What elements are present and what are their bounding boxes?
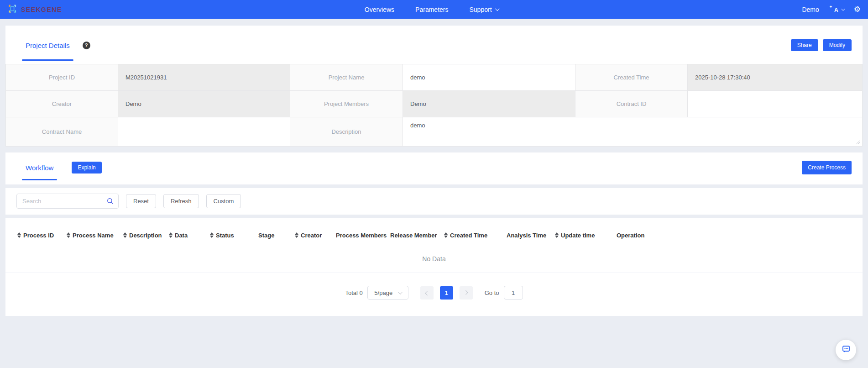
- chat-bubble-icon: [841, 344, 851, 356]
- column-label: Description: [129, 232, 162, 239]
- process-table-card: Process ID Process Name Description Data…: [5, 218, 863, 316]
- column-label: Analysis Time: [507, 232, 546, 239]
- column-label: Operation: [617, 232, 644, 239]
- create-process-button[interactable]: Create Process: [802, 161, 852, 174]
- project-name-value[interactable]: demo: [403, 64, 575, 91]
- brand-logo-icon: [7, 4, 17, 15]
- filter-bar: Reset Refresh Custom: [5, 188, 863, 215]
- created-time-label: Created Time: [575, 64, 688, 91]
- project-details-tab-bar: Project Details ? Share Modify: [5, 26, 863, 64]
- nav-overviews[interactable]: Overviews: [365, 6, 394, 13]
- column-label: Release Member: [390, 232, 437, 239]
- brand[interactable]: SEEKGENE: [7, 4, 62, 15]
- column-header-process-members[interactable]: Process Members: [336, 232, 390, 239]
- creator-value: Demo: [118, 91, 290, 117]
- nav-parameters[interactable]: Parameters: [415, 6, 448, 13]
- column-header-description[interactable]: Description: [123, 232, 169, 239]
- chat-support-button[interactable]: [836, 340, 856, 360]
- contract-id-label: Contract ID: [575, 91, 688, 117]
- top-navigation: Overviews Parameters Support: [365, 6, 498, 13]
- column-label: Process ID: [23, 232, 54, 239]
- column-header-release-member[interactable]: Release Member: [390, 232, 444, 239]
- share-button[interactable]: Share: [791, 39, 818, 51]
- project-name-label: Project Name: [290, 64, 403, 91]
- sort-icon[interactable]: [210, 232, 214, 238]
- table-header-row: Process ID Process Name Description Data…: [5, 226, 863, 245]
- project-members-value: Demo: [403, 91, 575, 117]
- column-label: Created Time: [450, 232, 487, 239]
- project-members-label: Project Members: [290, 91, 403, 117]
- project-id-label: Project ID: [6, 64, 118, 91]
- created-time-value: 2025-10-28 17:30:40: [688, 64, 863, 91]
- column-header-process-id[interactable]: Process ID: [17, 232, 67, 239]
- project-id-value: M20251021931: [118, 64, 290, 91]
- workflow-tab-bar: Workflow Explain Create Process: [5, 152, 863, 184]
- goto-page-input[interactable]: [504, 286, 523, 300]
- tab-project-details[interactable]: Project Details: [26, 42, 70, 49]
- column-label: Status: [216, 232, 234, 239]
- pagination: Total 0 5/page 1 Go to: [5, 286, 863, 300]
- translate-icon: ✦A: [829, 6, 838, 13]
- column-header-update-time[interactable]: Update time: [555, 232, 617, 239]
- column-header-operation[interactable]: Operation: [617, 232, 658, 239]
- next-page-button[interactable]: [460, 286, 473, 300]
- sort-icon[interactable]: [555, 232, 559, 238]
- search-box[interactable]: [16, 194, 119, 209]
- nav-overviews-label: Overviews: [365, 6, 394, 13]
- username[interactable]: Demo: [802, 6, 819, 13]
- column-header-analysis-time[interactable]: Analysis Time: [507, 232, 555, 239]
- nav-support[interactable]: Support: [469, 6, 498, 13]
- textarea-resize-handle[interactable]: [855, 140, 860, 144]
- goto-label: Go to: [485, 289, 499, 296]
- gear-icon[interactable]: ⚙: [854, 5, 861, 13]
- help-icon[interactable]: ?: [83, 42, 90, 49]
- column-header-data[interactable]: Data: [169, 232, 210, 239]
- column-header-status[interactable]: Status: [210, 232, 258, 239]
- custom-button[interactable]: Custom: [206, 194, 241, 208]
- column-label: Stage: [258, 232, 274, 239]
- language-switcher[interactable]: ✦A: [829, 6, 844, 13]
- chevron-down-icon: [495, 6, 499, 11]
- column-label: Process Members: [336, 232, 387, 239]
- sort-icon[interactable]: [169, 232, 173, 238]
- search-icon[interactable]: [107, 198, 114, 205]
- reset-button[interactable]: Reset: [126, 194, 156, 208]
- sort-icon[interactable]: [295, 232, 298, 238]
- column-label: Update time: [561, 232, 595, 239]
- chevron-right-icon: [464, 290, 468, 294]
- explain-button[interactable]: Explain: [72, 162, 101, 173]
- prev-page-button[interactable]: [420, 286, 434, 300]
- column-header-stage[interactable]: Stage: [258, 232, 295, 239]
- modify-button[interactable]: Modify: [823, 39, 852, 51]
- tab-workflow[interactable]: Workflow: [26, 164, 53, 172]
- chevron-left-icon: [425, 291, 429, 295]
- refresh-button[interactable]: Refresh: [163, 194, 199, 208]
- description-label: Description: [290, 117, 403, 147]
- page-size-value: 5/page: [374, 289, 392, 296]
- description-value[interactable]: demo: [403, 117, 863, 147]
- page-size-select[interactable]: 5/page: [367, 286, 408, 300]
- header-right-group: Demo ✦A ⚙: [802, 5, 861, 13]
- search-input[interactable]: [22, 198, 107, 205]
- contract-name-value[interactable]: [118, 117, 290, 147]
- column-header-creator[interactable]: Creator: [295, 232, 336, 239]
- current-page-button[interactable]: 1: [440, 286, 453, 300]
- description-text: demo: [410, 122, 425, 129]
- column-label: Data: [175, 232, 188, 239]
- column-header-created-time[interactable]: Created Time: [444, 232, 507, 239]
- project-details-panel: Project Details ? Share Modify Project I…: [5, 26, 863, 147]
- total-count: Total 0: [345, 289, 362, 296]
- column-header-process-name[interactable]: Process Name: [67, 232, 123, 239]
- sort-icon[interactable]: [17, 232, 21, 238]
- sort-icon[interactable]: [123, 232, 127, 238]
- contract-name-label: Contract Name: [6, 117, 118, 147]
- contract-id-value[interactable]: [688, 91, 863, 117]
- project-details-grid: Project ID M20251021931 Project Name dem…: [5, 64, 863, 147]
- brand-name: SEEKGENE: [21, 6, 62, 13]
- nav-support-label: Support: [469, 6, 492, 13]
- creator-label: Creator: [6, 91, 118, 117]
- chevron-down-icon: [398, 290, 403, 294]
- sort-icon[interactable]: [67, 232, 70, 238]
- sort-icon[interactable]: [444, 232, 448, 238]
- workflow-panel: Workflow Explain Create Process: [5, 152, 863, 184]
